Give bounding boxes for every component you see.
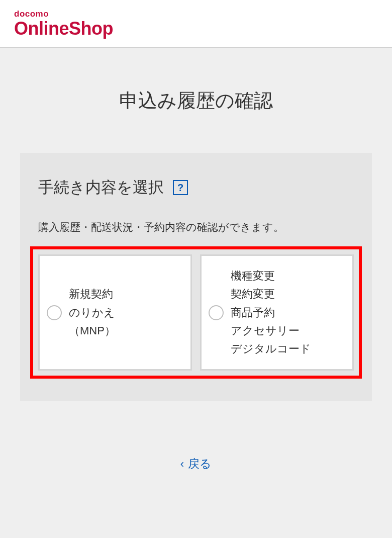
brand-logo-main: OnlineShop: [14, 18, 378, 39]
option-label: 機種変更 契約変更 商品予約 アクセサリー デジタルコード: [231, 267, 311, 358]
panel-title-row: 手続き内容を選択 ?: [38, 177, 354, 198]
panel-description: 購入履歴・配送状況・予約内容の確認ができます。: [38, 220, 354, 234]
page-body: 申込み履歴の確認 手続き内容を選択 ? 購入履歴・配送状況・予約内容の確認ができ…: [0, 48, 392, 538]
panel-title: 手続き内容を選択: [38, 177, 164, 198]
brand-logo-top: docomo: [14, 9, 378, 19]
options-container: 新規契約 のりかえ （MNP） 機種変更 契約変更 商品予約 アクセサリー デジ…: [30, 246, 362, 379]
back-label: 戻る: [188, 456, 212, 472]
option-label: 新規契約 のりかえ （MNP）: [69, 285, 116, 340]
site-header: docomo OnlineShop: [0, 0, 392, 48]
option-new-contract[interactable]: 新規契約 のりかえ （MNP）: [38, 254, 192, 371]
selection-panel: 手続き内容を選択 ? 購入履歴・配送状況・予約内容の確認ができます。 新規契約 …: [20, 153, 372, 401]
radio-icon: [47, 305, 62, 320]
back-link[interactable]: ‹ 戻る: [0, 456, 392, 472]
chevron-left-icon: ‹: [180, 458, 184, 471]
page-title: 申込み履歴の確認: [0, 88, 392, 114]
option-model-change[interactable]: 機種変更 契約変更 商品予約 アクセサリー デジタルコード: [200, 254, 354, 371]
radio-icon: [209, 305, 224, 320]
help-icon[interactable]: ?: [173, 180, 188, 195]
